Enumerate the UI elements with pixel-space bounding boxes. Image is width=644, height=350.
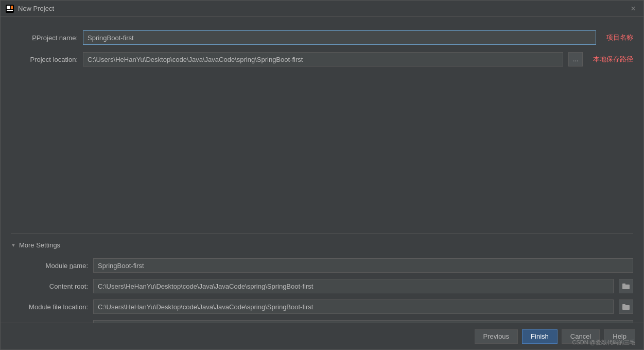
module-file-location-label: Module file location: (11, 303, 88, 311)
svg-rect-2 (7, 10, 13, 11)
project-name-row: PProject name: 项目名称 (11, 30, 633, 45)
main-form: PProject name: 项目名称 Project location: ..… (11, 25, 633, 79)
project-format-row: Project format: .idea (directory based) … (11, 320, 633, 323)
svg-rect-4 (622, 285, 630, 289)
module-file-location-row: Module file location: (11, 299, 633, 314)
project-name-annotation: 项目名称 (606, 33, 633, 42)
module-file-location-browse-button[interactable] (619, 299, 633, 314)
previous-button[interactable]: Previous (475, 329, 518, 344)
more-settings-toggle[interactable]: ▼ More Settings (11, 239, 633, 251)
project-format-select[interactable]: .idea (directory based) .ipr (file based… (93, 320, 633, 323)
title-bar-left: New Project (6, 5, 54, 13)
content-root-input[interactable] (93, 279, 614, 293)
more-settings-label: More Settings (19, 241, 60, 249)
project-format-select-wrapper: .idea (directory based) .ipr (file based… (93, 320, 633, 323)
watermark: CSDN @爱敲代码的三毛 (572, 339, 635, 346)
dialog-title: New Project (18, 5, 54, 12)
svg-rect-3 (11, 6, 13, 9)
module-name-row: Module name: (11, 258, 633, 273)
svg-rect-1 (7, 6, 10, 9)
content-root-label: Content root: (11, 282, 88, 290)
finish-button[interactable]: Finish (522, 329, 558, 344)
svg-rect-6 (622, 305, 630, 310)
svg-rect-7 (622, 304, 625, 306)
project-name-input[interactable] (83, 30, 596, 45)
project-location-row: Project location: ... 本地保存路径 (11, 52, 633, 66)
module-name-label: Module name: (11, 262, 88, 270)
content-area: PProject name: 项目名称 Project location: ..… (1, 17, 643, 323)
svg-rect-5 (622, 284, 625, 285)
more-settings-chevron: ▼ (11, 242, 16, 248)
project-location-label: Project location: (11, 56, 78, 63)
content-root-row: Content root: (11, 279, 633, 293)
close-button[interactable]: × (628, 4, 638, 14)
title-bar: New Project × (1, 1, 643, 17)
project-location-input[interactable] (83, 52, 563, 66)
project-location-browse-button[interactable]: ... (568, 52, 583, 66)
project-location-annotation: 本地保存路径 (593, 55, 633, 64)
project-name-label: PProject name: (11, 34, 78, 42)
module-name-input[interactable] (93, 258, 633, 273)
new-project-dialog: New Project × PProject name: 项目名称 Projec… (0, 0, 644, 350)
content-root-browse-button[interactable] (619, 279, 633, 293)
footer: Previous Finish Cancel Help (1, 323, 643, 349)
intellij-icon (6, 5, 14, 13)
module-file-location-input[interactable] (93, 299, 614, 314)
more-settings-section: ▼ More Settings Module name: Content roo… (11, 234, 633, 323)
